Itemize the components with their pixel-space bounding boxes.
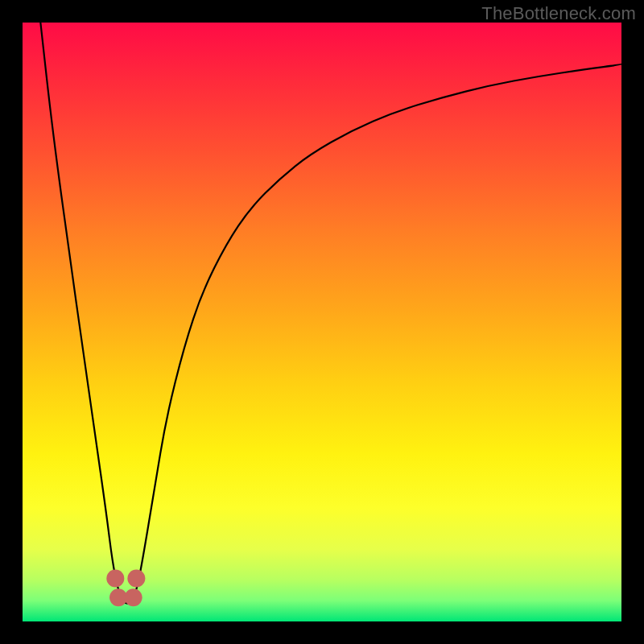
bottleneck-curve (40, 23, 621, 604)
valley-markers (106, 569, 145, 606)
curve-layer (23, 23, 621, 621)
chart-frame: TheBottleneck.com (0, 0, 644, 644)
valley-dot-right-upper (127, 569, 145, 587)
valley-dot-right-lower (125, 588, 142, 606)
watermark-text: TheBottleneck.com (481, 3, 636, 24)
plot-area (23, 23, 621, 621)
valley-dot-left-upper (106, 569, 124, 587)
